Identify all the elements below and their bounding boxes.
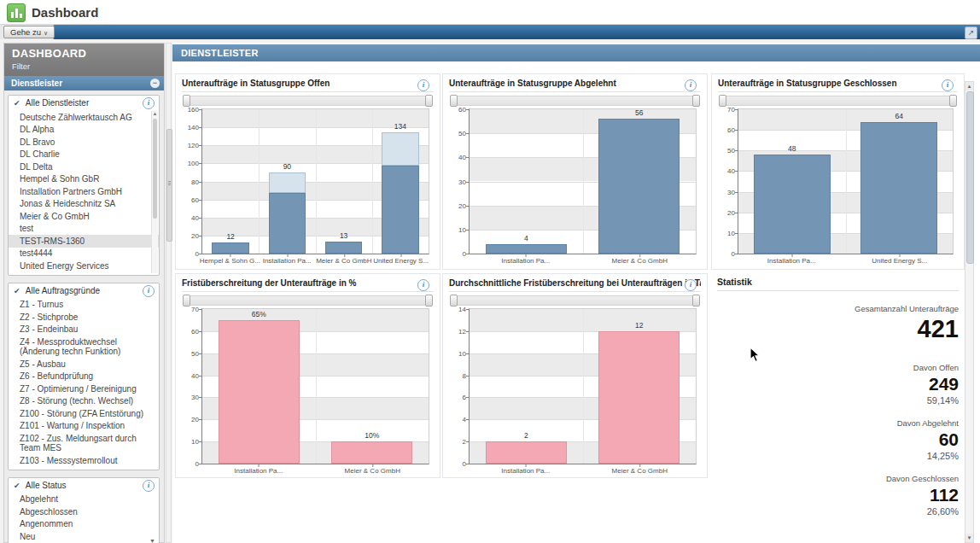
bar[interactable] [486,441,567,464]
scrollbar-thumb[interactable] [166,129,172,242]
list-item[interactable]: Z6 - Befundprüfung [9,371,159,383]
list-item[interactable]: Z2 - Stichprobe [9,311,159,324]
slider-handle-right[interactable] [692,295,700,307]
select-all-dienstleister[interactable]: ✔ Alle Dienstleister i [9,96,159,110]
list-item[interactable]: DL Alpha [9,124,159,137]
list-item[interactable]: Z1 - Turnus [9,299,159,312]
x-axis-label: Hempel & Sohn G... [200,257,260,265]
list-item[interactable]: Z100 - Störung (ZFA Entstörung) [9,407,159,420]
range-slider[interactable] [719,96,957,106]
x-axis-label: Installation Pa... [501,257,550,265]
list-item[interactable]: Hempel & Sohn GbR [9,173,159,186]
list-item[interactable]: test [9,223,159,236]
list-item[interactable]: Angenommen [9,518,159,531]
main-scrollbar[interactable]: ▲ ▼ [965,81,974,543]
list-item[interactable]: Jonas & Heideschnitz SA [9,198,159,211]
x-axis: Installation Pa...Meier & Co GmbH [469,464,697,476]
list-item[interactable]: DL Charlie [9,149,159,161]
list-scrollbar[interactable]: ▲ [151,111,158,273]
range-slider[interactable] [183,96,433,106]
bar[interactable] [382,166,419,254]
list-item[interactable]: Z102 - Zus. Meldungsart durch Team MES [9,432,159,454]
list-item[interactable]: Deutsche Zählwerktausch AG [9,111,159,124]
info-icon[interactable]: i [685,279,697,291]
slider-handle-right[interactable] [692,95,700,107]
expand-icon[interactable]: ↗ [965,26,977,39]
slider-handle-right[interactable] [425,95,433,107]
y-axis-label: 10 [716,229,735,236]
range-slider[interactable] [450,96,700,106]
scrollbar-thumb[interactable] [153,119,157,219]
scroll-up-icon[interactable]: ▲ [152,111,158,116]
scroll-down-icon[interactable]: ▼ [149,538,155,543]
nav-bar: Gehe zu∨ ↗ [0,25,980,39]
slider-handle-right[interactable] [425,295,433,307]
y-axis-label: 8 [447,371,466,379]
goto-button[interactable]: Gehe zu∨ [3,26,55,38]
bar[interactable] [598,331,680,464]
list-item[interactable]: Z101 - Wartung / Inspektion [9,420,159,433]
plot-area: 7060504030201004864 [738,108,954,254]
list-item[interactable]: Neu [9,530,159,543]
select-all-auftragsgruende[interactable]: ✔ Alle Auftragsgründe i [9,283,159,298]
y-axis-label: 20 [180,231,199,239]
range-slider[interactable] [183,295,433,306]
list-item[interactable]: Meier & Co GmbH [9,210,159,223]
info-icon[interactable]: i [685,79,697,91]
bar[interactable] [382,132,419,165]
stat-gesamtanzahl: Gesamtanzahl Unteraufträge 421 [717,304,959,350]
sidebar-scrollbar[interactable] [166,43,172,543]
info-icon[interactable]: i [143,480,155,492]
info-icon[interactable]: i [143,285,155,297]
y-axis-label: 40 [180,213,199,221]
list-item[interactable]: Z4 - Messproduktwechsel (Änderung techn … [9,336,159,358]
list-item[interactable]: Abgeschlossen [9,505,159,518]
list-item[interactable]: Z103 - Messsystemrollout [9,454,159,467]
list-item[interactable]: Installation Partners GmbH [9,185,159,198]
slider-handle-right[interactable] [949,95,957,107]
scrollbar-thumb[interactable] [966,91,974,264]
chart-title: Unteraufträge in Statusgruppe Abgelehnt [449,78,701,89]
list-item[interactable]: Z5 - Ausbau [9,358,159,371]
y-axis-label: 50 [716,147,735,155]
info-icon[interactable]: i [417,79,429,91]
list-item[interactable]: DL Delta [9,161,159,173]
collapse-icon[interactable]: − [150,79,160,88]
bar[interactable] [754,155,831,254]
list-item[interactable]: Abgelehnt [9,493,159,506]
select-all-status[interactable]: ✔ Alle Status i [9,478,159,493]
list-item[interactable]: Z7 - Optimierung / Bereinigung [9,382,159,395]
bar[interactable] [598,119,680,254]
list-item[interactable]: test4444 [9,248,159,260]
info-icon[interactable]: i [143,97,155,109]
bar-value-label: 2 [524,431,528,440]
info-icon[interactable]: i [942,79,954,91]
plot-area: 6050403020100456 [469,108,697,254]
sidebar-header: DASHBOARD Filter [4,44,164,76]
list-item[interactable]: TEST-RMS-1360 [9,235,159,248]
bar[interactable] [331,441,412,464]
list-item[interactable]: DL Bravo [9,136,159,149]
bar[interactable] [269,193,306,254]
category-separator [583,309,584,464]
y-axis-label: 0 [716,250,735,258]
bar[interactable] [212,242,249,254]
list-item[interactable]: United Energy Services [9,260,159,272]
bar[interactable] [486,244,567,254]
y-axis-label: 10 [447,349,466,357]
info-icon[interactable]: i [417,279,429,291]
bar[interactable] [269,172,306,193]
filter-group-auftragsgruende: ✔ Alle Auftragsgründe i Z1 - TurnusZ2 - … [8,283,160,470]
sidebar-section-dienstleister[interactable]: Dienstleister − [4,76,164,90]
y-axis-label: 30 [180,394,199,401]
bar[interactable] [860,122,937,254]
list-item[interactable]: Z3 - Endeinbau [9,324,159,336]
bar[interactable] [325,242,363,254]
bar[interactable] [219,320,300,464]
list-item[interactable]: Z8 - Störung (techn. Wechsel) [9,395,159,408]
scroll-down-icon[interactable]: ▼ [965,534,973,542]
scroll-up-icon[interactable]: ▲ [965,82,973,90]
chart-geschlossen: Unteraufträge in Statusgruppe Geschlosse… [711,73,965,270]
range-slider[interactable] [450,295,700,306]
x-axis-label: Meier & Co GmbH [612,467,668,475]
